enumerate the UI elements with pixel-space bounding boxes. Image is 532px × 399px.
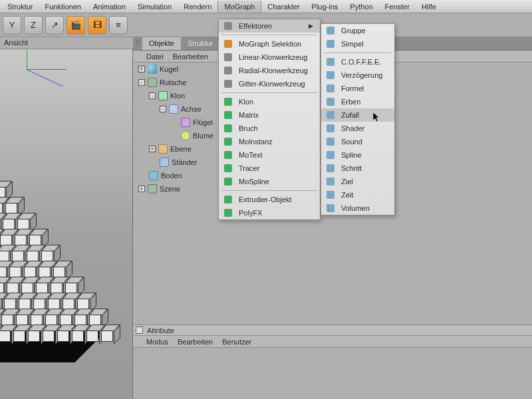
expand-toggle[interactable]: + [138, 66, 145, 72]
attr-menu-bearbeiten[interactable]: Bearbeiten [178, 338, 213, 346]
menu-fenster[interactable]: Fenster [379, 1, 416, 13]
floor-icon [149, 171, 158, 180]
menu-rendern[interactable]: Rendern [178, 1, 217, 13]
effector-icon [325, 83, 336, 94]
viewport-3d[interactable] [0, 49, 133, 399]
tab-objekte[interactable]: Objekte [142, 37, 181, 50]
menu-item-mograph-selektion[interactable]: MoGraph Selektion [219, 37, 320, 51]
attr-checkbox[interactable] [136, 327, 143, 334]
mograph-dropdown[interactable]: Effektoren▶MoGraph SelektionLinear-Klonw… [218, 19, 321, 220]
effector-icon [223, 150, 233, 160]
expand-toggle[interactable]: + [149, 146, 156, 152]
expand-toggle[interactable]: - [149, 92, 156, 99]
menu-item-tracer[interactable]: Tracer [219, 162, 320, 175]
null-icon [148, 184, 157, 194]
menu-item-label: Shader [341, 124, 364, 132]
menu-item-label: MoText [239, 151, 262, 159]
menu-item-linear-klonwerkzeug[interactable]: Linear-Klonwerkzeug [219, 51, 320, 64]
menu-hilfe[interactable]: Hilfe [416, 1, 442, 13]
axis-icon [169, 104, 178, 114]
menu-item-shader[interactable]: Shader [321, 122, 394, 135]
menu-item-spline[interactable]: Spline [321, 148, 394, 162]
effektoren-submenu[interactable]: GruppeSimpelC.O.F.F.E.E.VerzögerungForme… [321, 23, 395, 215]
effector-icon [223, 21, 233, 31]
obj-menu-datei[interactable]: Datei [146, 53, 164, 61]
effector-icon [325, 190, 336, 200]
flower-icon [181, 131, 190, 140]
grip-icon: ⠿ [133, 37, 142, 50]
effector-icon [223, 194, 233, 205]
menu-item-erben[interactable]: Erben [321, 95, 394, 108]
tool-btn-3[interactable]: 🎬 [66, 16, 85, 35]
tree-label: Ebene [170, 145, 192, 153]
expand-toggle[interactable]: - [160, 106, 166, 112]
menu-item-simpel[interactable]: Simpel [321, 37, 394, 51]
expand-toggle[interactable]: - [138, 79, 145, 86]
menu-item-label: Zufall [341, 111, 359, 119]
menu-item-label: C.O.F.F.E.E. [341, 58, 382, 66]
effector-icon [325, 163, 336, 174]
attr-menu-benutzer[interactable]: Benutzer [222, 338, 251, 346]
menu-item-zeit[interactable]: Zeit [321, 188, 394, 201]
menu-animation[interactable]: Animation [87, 1, 132, 13]
menu-item-volumen[interactable]: Volumen [321, 201, 394, 215]
menu-item-ziel[interactable]: Ziel [321, 175, 394, 188]
menu-item-schritt[interactable]: Schritt [321, 162, 394, 175]
menu-item-gitter-klonwerkzeug[interactable]: Gitter-Klonwerkzeug [219, 77, 320, 90]
menu-item-label: Schritt [341, 164, 362, 172]
tool-btn-1[interactable]: Z [24, 16, 43, 35]
tree-label: Klon [170, 92, 185, 100]
menu-item-formel[interactable]: Formel [321, 82, 394, 95]
tree-label: Ständer [172, 158, 198, 166]
attributes-body [133, 348, 532, 399]
menu-item-verz-gerung[interactable]: Verzögerung [321, 68, 394, 82]
effector-icon [223, 78, 233, 89]
menu-item-label: MoGraph Selektion [239, 40, 301, 48]
expand-toggle[interactable]: + [138, 186, 145, 192]
menu-item-c-o-f-f-e-e-[interactable]: C.O.F.F.E.E. [321, 55, 394, 68]
menu-item-label: Simpel [341, 40, 364, 48]
menu-item-mospline[interactable]: MoSpline [219, 175, 320, 188]
menu-item-gruppe[interactable]: Gruppe [321, 24, 394, 37]
menu-item-label: Klon [239, 98, 253, 106]
menu-item-moinstanz[interactable]: MoInstanz [219, 135, 320, 148]
menu-simulation[interactable]: Simulation [132, 1, 178, 13]
tree-label: Szene [160, 185, 180, 193]
menu-item-polyfx[interactable]: PolyFX [219, 206, 320, 219]
menu-item-label: Zeit [341, 191, 353, 199]
tool-btn-4[interactable]: 🎞 [88, 16, 106, 35]
menu-item-radial-klonwerkzeug[interactable]: Radial-Klonwerkzeug [219, 64, 320, 77]
effector-icon [223, 52, 233, 63]
menu-charakter[interactable]: Charakter [261, 1, 305, 13]
menu-item-label: Gruppe [341, 27, 366, 35]
menu-item-matrix[interactable]: Matrix [219, 108, 320, 122]
menu-item-extrudier-objekt[interactable]: Extrudier-Objekt [219, 193, 320, 206]
menu-mograph[interactable]: MoGraph [217, 1, 261, 13]
menu-item-label: Bruch [239, 124, 258, 132]
tool-btn-5[interactable]: ≡ [109, 16, 128, 35]
tab-struktur[interactable]: Struktur [181, 37, 220, 50]
menu-item-effektoren[interactable]: Effektoren▶ [219, 19, 320, 33]
menu-item-zufall[interactable]: Zufall [321, 108, 394, 122]
menu-item-klon[interactable]: Klon [219, 95, 320, 108]
menu-python[interactable]: Python [344, 1, 378, 13]
menu-item-sound[interactable]: Sound [321, 135, 394, 148]
tool-btn-2[interactable]: ↗ [45, 16, 64, 35]
tree-label: Blume [193, 132, 213, 140]
attr-menu-modus[interactable]: Modus [146, 338, 168, 346]
effector-icon [223, 39, 233, 49]
menu-item-bruch[interactable]: Bruch [219, 122, 320, 135]
menu-item-motext[interactable]: MoText [219, 148, 320, 162]
menu-item-label: Formel [341, 84, 364, 92]
effector-icon [325, 39, 336, 49]
effector-icon [223, 207, 233, 218]
geometry-cluster [0, 186, 106, 359]
view-label: Ansicht [0, 37, 133, 49]
obj-menu-bearbeiten[interactable]: Bearbeiten [173, 53, 208, 61]
menu-item-label: Spline [341, 151, 362, 159]
tree-label: Flügel [193, 118, 213, 126]
menu-funktionen[interactable]: Funktionen [39, 1, 87, 13]
menu-plug-ins[interactable]: Plug-ins [306, 1, 344, 13]
tool-btn-0[interactable]: Y [3, 16, 21, 35]
menu-struktur[interactable]: Struktur [1, 1, 39, 13]
